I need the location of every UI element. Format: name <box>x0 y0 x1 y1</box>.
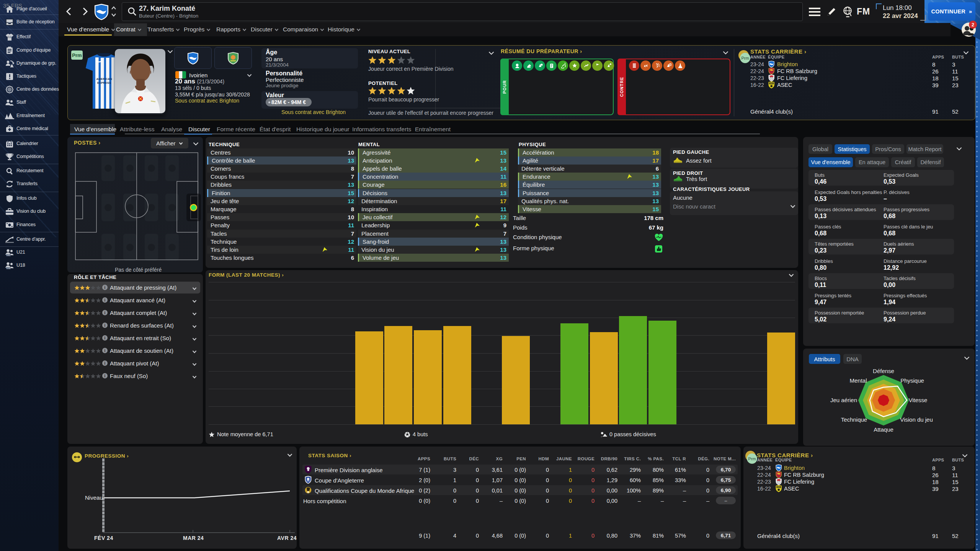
svg-text:AMERICAN: AMERICAN <box>96 77 112 81</box>
svg-text:EXPRESS: EXPRESS <box>97 81 111 85</box>
